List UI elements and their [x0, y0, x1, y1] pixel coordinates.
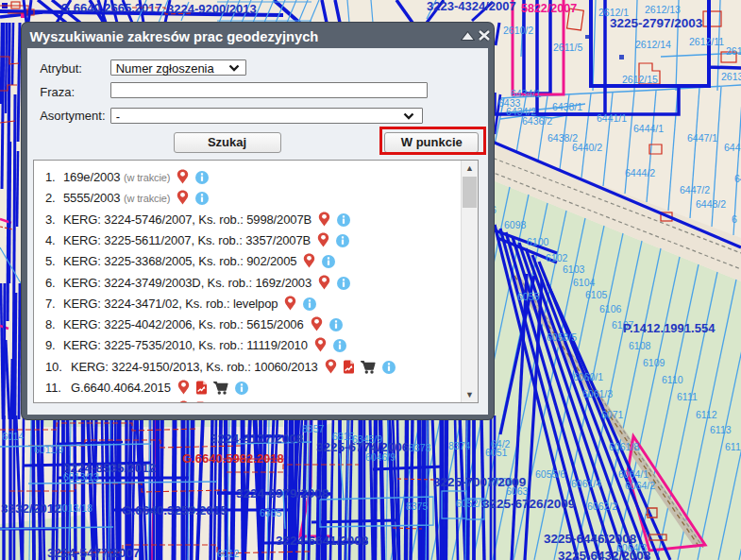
svg-text:6438/1: 6438/1 — [552, 101, 582, 112]
svg-text:3224-6979/2008: 3224-6979/2008 — [236, 486, 329, 501]
svg-text:6064/2: 6064/2 — [625, 480, 655, 491]
svg-text:6105: 6105 — [585, 289, 608, 300]
svg-text:6434/1: 6434/1 — [511, 88, 541, 99]
svg-text:6108: 6108 — [629, 340, 651, 351]
svg-text:6102: 6102 — [546, 252, 568, 263]
svg-text:6440/2: 6440/2 — [572, 142, 602, 153]
svg-text:6058/5: 6058/5 — [547, 331, 577, 343]
svg-text:6013/18: 6013/18 — [57, 502, 93, 514]
svg-text:8374: 8374 — [448, 440, 471, 451]
svg-text:6110: 6110 — [662, 374, 683, 385]
svg-text:3224-4127/2008: 3224-4127/2008 — [211, 432, 304, 446]
svg-text:8373: 8373 — [409, 442, 431, 453]
svg-text:3225-2797/2003: 3225-2797/2003 — [610, 16, 703, 30]
svg-text:2612/13: 2612/13 — [645, 4, 681, 15]
svg-text:6055: 6055 — [517, 291, 540, 302]
svg-text:6109: 6109 — [643, 357, 665, 368]
svg-text:2612/15: 2612/15 — [622, 74, 658, 85]
svg-text:3223-4324/2007: 3223-4324/2007 — [427, 0, 516, 13]
svg-text:6062/2: 6062/2 — [587, 501, 617, 512]
svg-text:6113: 6113 — [710, 424, 732, 435]
svg-text:6061/3: 6061/3 — [582, 388, 613, 399]
svg-text:3225-6432/2008: 3225-6432/2008 — [558, 549, 651, 560]
svg-text:6011/9: 6011/9 — [34, 444, 63, 455]
svg-text:6103: 6103 — [563, 263, 585, 275]
svg-text:3225-6446/2008: 3225-6446/2008 — [544, 532, 637, 546]
svg-text:6055/6: 6055/6 — [535, 468, 565, 480]
svg-text:2612/11: 2612/11 — [689, 36, 724, 47]
svg-text:3225-6726/2009: 3225-6726/2009 — [482, 497, 575, 511]
svg-text:6061/8: 6061/8 — [609, 441, 639, 452]
svg-text:644: 644 — [734, 173, 741, 184]
svg-text:2611/5: 2611/5 — [553, 42, 582, 53]
svg-text:3224-9200/2013: 3224-9200/2013 — [167, 2, 257, 16]
svg-text:6071: 6071 — [601, 409, 624, 420]
svg-text:2612/14: 2612/14 — [635, 39, 671, 50]
svg-text:6436/2: 6436/2 — [522, 115, 552, 127]
svg-text:2613: 2613 — [726, 45, 741, 57]
svg-text:6012: 6012 — [217, 548, 240, 559]
svg-text:6385: 6385 — [260, 507, 282, 518]
svg-text:5822/2007: 5822/2007 — [521, 2, 577, 15]
svg-text:6449: 6449 — [724, 142, 741, 153]
svg-text:6: 6 — [732, 213, 737, 225]
svg-text:6100: 6100 — [527, 236, 549, 247]
svg-text:6106: 6106 — [599, 303, 622, 314]
svg-text:6447/2: 6447/2 — [680, 184, 710, 195]
svg-text:6051: 6051 — [485, 447, 508, 458]
svg-text:3225-6774/2006: 3225-6774/2006 — [316, 440, 410, 454]
svg-text:G.6640.2665.2017: G.6640.2665.2017 — [60, 1, 162, 15]
svg-text:6441/1: 6441/1 — [597, 112, 627, 124]
svg-text:6014: 6014 — [2, 431, 25, 442]
svg-text:6104: 6104 — [573, 277, 596, 288]
svg-text:6444/2: 6444/2 — [625, 167, 655, 178]
svg-text:3332/2012: 3332/2012 — [1, 501, 61, 516]
svg-text:G.6640.3259.2015: G.6640.3259.2015 — [122, 503, 227, 518]
svg-text:6444/1: 6444/1 — [633, 123, 664, 134]
svg-text:6114: 6114 — [725, 441, 741, 452]
svg-text:8375: 8375 — [406, 501, 429, 512]
svg-text:2613: 2613 — [721, 71, 741, 82]
svg-text:6061/4: 6061/4 — [571, 478, 601, 489]
svg-text:3224-8535/2012: 3224-8535/2012 — [63, 461, 156, 475]
svg-text:6447/1: 6447/1 — [687, 132, 717, 144]
svg-text:3225-7007/2009: 3225-7007/2009 — [433, 475, 526, 489]
svg-text:2610/2: 2610/2 — [503, 25, 533, 36]
svg-text:8357: 8357 — [302, 423, 325, 434]
svg-text:6064/1: 6064/1 — [618, 468, 648, 480]
svg-text:6112: 6112 — [696, 409, 717, 420]
svg-text:6060/1: 6060/1 — [573, 371, 603, 382]
svg-text:6111: 6111 — [677, 391, 698, 402]
svg-text:3224-5477/2007: 3224-5477/2007 — [47, 546, 140, 560]
svg-text:6448/2: 6448/2 — [696, 198, 726, 210]
svg-text:3224-6641/2008: 3224-6641/2008 — [276, 534, 369, 548]
svg-text:6098: 6098 — [504, 219, 527, 230]
svg-text:P.1412.1991.554: P.1412.1991.554 — [623, 321, 716, 335]
